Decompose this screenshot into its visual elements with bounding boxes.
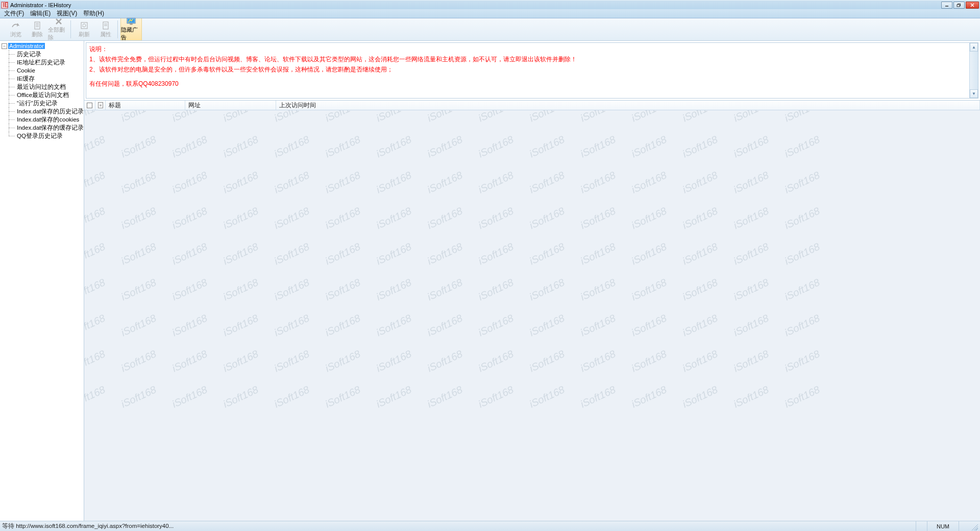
watermark: iSoft168: [426, 277, 464, 303]
collapse-icon[interactable]: −: [2, 43, 7, 49]
menu-file[interactable]: 文件(F): [1, 9, 27, 18]
column-url[interactable]: 网址: [185, 101, 276, 110]
watermark: iSoft168: [732, 170, 771, 196]
tree-item-label: 最近访问过的文档: [17, 83, 66, 91]
watermark: iSoft168: [170, 205, 209, 232]
watermark: iSoft168: [273, 312, 311, 339]
watermark: iSoft168: [273, 110, 311, 124]
scrollbar[interactable]: ▲ ▼: [969, 43, 978, 98]
watermark: iSoft168: [783, 384, 822, 411]
window-title: Administrator - IEHistory: [10, 2, 71, 8]
tree-view[interactable]: − Administrator 历史记录IE地址栏历史记录CookieIE缓存最…: [0, 41, 84, 521]
watermark: iSoft168: [732, 134, 771, 160]
monitor-icon: [127, 17, 136, 26]
watermark: iSoft168: [119, 241, 158, 268]
toolbar-browse[interactable]: 浏览: [5, 18, 27, 40]
watermark: iSoft168: [630, 241, 669, 268]
resize-grip-icon[interactable]: [970, 522, 978, 530]
watermark: iSoft168: [579, 134, 618, 160]
x-icon: [54, 17, 63, 26]
tree-item[interactable]: 历史记录: [5, 50, 84, 58]
watermark: iSoft168: [119, 277, 158, 303]
watermark: iSoft168: [84, 134, 107, 160]
watermark: iSoft168: [732, 348, 771, 375]
notice-line: 1、该软件完全免费，但运行过程中有时会后台访问视频、博客、论坛、软件下载以及其它…: [89, 55, 969, 64]
watermark: iSoft168: [84, 170, 107, 196]
toolbar-hide-ads[interactable]: 隐藏广告: [120, 18, 142, 40]
tree-item[interactable]: IE缓存: [5, 75, 84, 83]
watermark: iSoft168: [170, 277, 209, 303]
watermark: iSoft168: [732, 110, 771, 124]
toolbar-label: 浏览: [10, 31, 21, 38]
tree-item[interactable]: QQ登录历史记录: [5, 132, 84, 140]
close-button[interactable]: [966, 2, 979, 9]
watermark: iSoft168: [630, 312, 669, 339]
watermark: iSoft168: [222, 205, 260, 232]
toolbar-refresh[interactable]: 刷新: [74, 18, 95, 40]
watermark: iSoft168: [630, 110, 669, 124]
tree-item-label: Cookie: [17, 67, 35, 74]
toolbar-delete-all[interactable]: 全部删除: [48, 18, 69, 40]
watermark: iSoft168: [84, 348, 107, 375]
watermark: iSoft168: [84, 384, 107, 411]
column-last-visit[interactable]: 上次访问时间: [276, 101, 980, 110]
column-checkbox[interactable]: [84, 101, 95, 110]
watermark: iSoft168: [119, 384, 158, 411]
tree-item[interactable]: “运行”历史记录: [5, 99, 84, 107]
watermark: iSoft168: [119, 312, 158, 339]
toolbar: 浏览 删除 全部删除 刷新 属性 隐藏广告: [0, 18, 980, 41]
watermark: iSoft168: [375, 348, 413, 375]
tree-item[interactable]: Office最近访问文档: [5, 91, 84, 99]
tree-item[interactable]: Index.dat保存的cookies: [5, 115, 84, 124]
scroll-up-icon[interactable]: ▲: [970, 43, 978, 52]
tree-item[interactable]: Index.dat保存的历史记录: [5, 107, 84, 115]
watermark: iSoft168: [222, 384, 260, 411]
watermark: iSoft168: [273, 134, 311, 160]
watermark: iSoft168: [477, 277, 516, 303]
menu-edit[interactable]: 编辑(E): [27, 9, 54, 18]
title-bar: IE Administrator - IEHistory: [0, 0, 980, 9]
watermark: iSoft168: [732, 312, 771, 339]
tree-item[interactable]: IE地址栏历史记录: [5, 58, 84, 66]
watermark: iSoft168: [477, 348, 516, 375]
scroll-down-icon[interactable]: ▼: [970, 89, 978, 98]
menu-help[interactable]: 帮助(H): [80, 9, 107, 18]
toolbar-delete[interactable]: 删除: [27, 18, 48, 40]
status-cell: [916, 521, 927, 531]
column-title[interactable]: 标题: [106, 101, 185, 110]
checkbox-icon[interactable]: [87, 103, 92, 108]
list-body[interactable]: iSoft168iSoft168iSoft168iSoft168iSoft168…: [84, 110, 980, 521]
watermark: iSoft168: [477, 241, 516, 268]
tree-item[interactable]: Cookie: [5, 66, 84, 75]
notice-heading: 说明：: [89, 44, 969, 54]
watermark: iSoft168: [324, 277, 362, 303]
watermark: iSoft168: [630, 384, 669, 411]
toolbar-properties[interactable]: 属性: [95, 18, 116, 40]
watermark: iSoft168: [681, 110, 720, 124]
tree-root-node[interactable]: − Administrator: [2, 42, 84, 50]
minimize-button[interactable]: [941, 2, 952, 9]
tree-item[interactable]: Index.dat保存的缓存记录: [5, 124, 84, 132]
tree-root-label: Administrator: [8, 43, 45, 49]
toolbar-label: 隐藏广告: [121, 26, 141, 41]
app-icon: IE: [1, 2, 8, 9]
watermark: iSoft168: [426, 241, 464, 268]
watermark: iSoft168: [375, 110, 413, 124]
watermark: iSoft168: [273, 384, 311, 411]
watermark: iSoft168: [170, 348, 209, 375]
column-type-icon[interactable]: [95, 101, 106, 110]
toolbar-separator: [117, 20, 119, 38]
watermark: iSoft168: [528, 312, 567, 339]
watermark: iSoft168: [324, 110, 362, 124]
watermark: iSoft168: [681, 277, 720, 303]
watermark: iSoft168: [579, 205, 618, 232]
watermark: iSoft168: [783, 348, 822, 375]
watermark: iSoft168: [324, 312, 362, 339]
tree-item[interactable]: 最近访问过的文档: [5, 83, 84, 91]
watermark: iSoft168: [732, 384, 771, 411]
watermark: iSoft168: [579, 277, 618, 303]
properties-icon: [101, 21, 110, 30]
watermark: iSoft168: [375, 205, 413, 232]
watermark: iSoft168: [579, 110, 618, 124]
restore-button[interactable]: [953, 2, 965, 9]
